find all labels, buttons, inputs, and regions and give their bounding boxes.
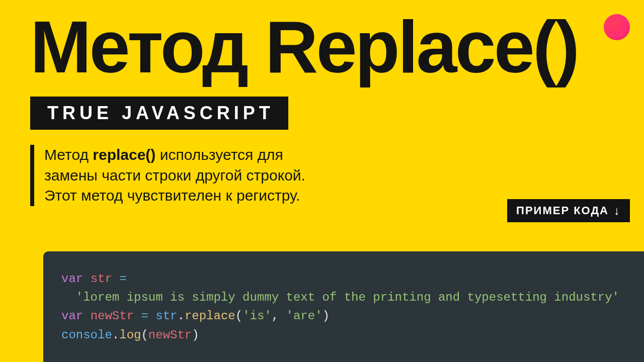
example-label: ПРИМЕР КОДА ↓ (507, 199, 630, 222)
code-punct: ) (192, 328, 199, 342)
page-title: Метод Replace() (30, 5, 578, 89)
code-punct: . (112, 328, 119, 342)
code-identifier: newStr (91, 309, 134, 323)
code-identifier: str (155, 309, 177, 323)
series-badge: TRUE JAVASCRIPT (30, 97, 288, 130)
code-identifier: newStr (148, 328, 192, 342)
code-punct: ( (235, 309, 243, 323)
code-keyword: var (61, 309, 83, 323)
code-punct: , (272, 309, 286, 323)
code-method: log (119, 328, 141, 342)
arrow-down-icon: ↓ (614, 205, 621, 217)
code-example: var str = 'lorem ipsum is simply dummy t… (43, 251, 644, 362)
code-punct: ( (141, 328, 148, 342)
code-punct: ) (323, 309, 330, 323)
example-label-text: ПРИМЕР КОДА (516, 204, 609, 217)
code-string: 'are' (286, 309, 323, 323)
code-operator: = (119, 272, 126, 286)
code-identifier: str (91, 272, 112, 286)
code-keyword: var (61, 272, 83, 286)
accent-dot (604, 14, 630, 40)
code-operator: = (141, 309, 148, 323)
description-block: Метод replace() используется для замены … (30, 145, 306, 206)
code-string: 'lorem ipsum is simply dummy text of the… (76, 291, 619, 304)
description-accent-bar (30, 145, 34, 206)
code-method: replace (185, 309, 235, 323)
code-string: 'is' (243, 309, 272, 323)
code-identifier: console (61, 328, 112, 342)
description-text: Метод replace() используется для замены … (44, 145, 306, 206)
code-punct: . (177, 309, 184, 323)
desc-bold: replace() (93, 146, 155, 163)
desc-pre: Метод (44, 146, 93, 163)
